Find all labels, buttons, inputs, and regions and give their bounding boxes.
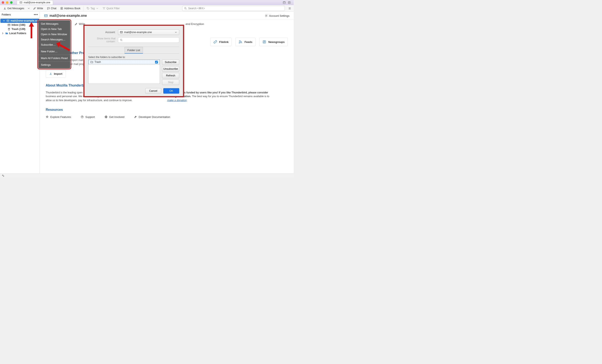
address-book-button[interactable]: Address Book bbox=[58, 6, 82, 11]
titlebar: mail@one-example.one bbox=[0, 0, 294, 5]
folder-icon bbox=[5, 32, 8, 35]
tag-button[interactable]: Tag bbox=[85, 6, 100, 11]
encryption-action[interactable]: -end Encryption bbox=[185, 22, 204, 26]
activity-icon[interactable] bbox=[2, 174, 5, 177]
envelope-icon bbox=[120, 31, 123, 34]
support-label: Support bbox=[85, 115, 95, 119]
filter-label: Show items that contain: bbox=[88, 37, 116, 43]
inbox-label: Inbox (166) bbox=[11, 23, 25, 26]
chat-button[interactable]: Chat bbox=[45, 6, 58, 11]
account-select-value: mail@one-example.one bbox=[124, 31, 152, 34]
address-book-label: Address Book bbox=[64, 7, 80, 10]
global-search-input[interactable]: Search <⌘K> bbox=[182, 6, 285, 11]
rss-icon bbox=[238, 40, 242, 44]
write-label: Write bbox=[37, 7, 43, 10]
quick-filter-button[interactable]: Quick Filter bbox=[101, 6, 121, 11]
account-title-text: mail@one-example.one bbox=[49, 14, 87, 18]
folder-list-tab[interactable]: Folder List bbox=[125, 47, 143, 54]
address-book-icon bbox=[60, 7, 63, 10]
chat-label: Chat bbox=[51, 7, 56, 10]
ctx-open-window[interactable]: Open in New Window bbox=[38, 32, 70, 37]
folder-icon bbox=[90, 61, 93, 63]
trash-icon bbox=[8, 28, 11, 31]
svg-point-10 bbox=[266, 15, 267, 16]
subscribe-subtitle: Select the folders to subscribe to: bbox=[88, 56, 179, 59]
folder-list-item[interactable]: Trash bbox=[88, 60, 160, 64]
get-messages-dropdown[interactable] bbox=[26, 6, 31, 11]
svg-point-5 bbox=[87, 8, 88, 8]
ctx-get-messages[interactable]: Get Messages bbox=[38, 21, 70, 26]
folder-subscribe-checkbox[interactable] bbox=[155, 61, 158, 63]
tasks-icon[interactable] bbox=[288, 1, 291, 4]
account-settings-button[interactable]: Account Settings bbox=[265, 14, 290, 17]
docs-label: Developer Documentation bbox=[139, 115, 170, 119]
mail-tab[interactable]: mail@one-example.one bbox=[17, 0, 53, 5]
link-icon bbox=[213, 40, 217, 44]
tab-label: mail@one-example.one bbox=[24, 1, 50, 4]
support-link[interactable]: Support bbox=[81, 115, 95, 119]
inbox-icon bbox=[8, 23, 11, 26]
developer-docs-link[interactable]: Developer Documentation bbox=[134, 115, 170, 119]
folder-item-label: Trash bbox=[95, 61, 101, 63]
app-menu-button[interactable] bbox=[287, 6, 292, 11]
envelope-icon bbox=[20, 1, 22, 4]
write-button[interactable]: Write bbox=[32, 6, 45, 11]
close-window-button[interactable] bbox=[2, 1, 4, 4]
chevron-down-icon bbox=[2, 19, 5, 22]
account-select[interactable]: mail@one-example.one bbox=[118, 30, 179, 35]
hamburger-icon bbox=[288, 7, 291, 10]
account-name: mail@one-example.one bbox=[11, 19, 40, 22]
ctx-search-messages[interactable]: Search Messages… bbox=[38, 37, 70, 42]
tag-icon bbox=[86, 7, 89, 10]
get-messages-button[interactable]: Get Messages bbox=[2, 6, 26, 11]
maximize-window-button[interactable] bbox=[10, 1, 12, 4]
ctx-open-tab[interactable]: Open in New Tab bbox=[38, 26, 70, 32]
chat-icon bbox=[47, 7, 50, 10]
chevron-down-icon bbox=[174, 31, 177, 34]
filelink-label: Filelink bbox=[219, 41, 229, 43]
ctx-separator bbox=[38, 61, 70, 62]
folder-pane-options-button[interactable]: ••• bbox=[34, 13, 38, 17]
status-bar bbox=[0, 173, 294, 177]
feeds-label: Feeds bbox=[244, 41, 252, 43]
globe-icon bbox=[105, 115, 108, 118]
subscribe-button[interactable]: Subscribe bbox=[162, 60, 179, 65]
unsubscribe-button[interactable]: Unsubscribe bbox=[162, 66, 179, 72]
toolbar-separator bbox=[83, 6, 84, 10]
download-icon bbox=[3, 7, 6, 10]
pencil-icon bbox=[33, 7, 36, 10]
svg-point-15 bbox=[3, 176, 3, 176]
ctx-mark-read[interactable]: Mark All Folders Read bbox=[38, 55, 70, 61]
newsgroups-label: Newsgroups bbox=[268, 41, 285, 43]
star-icon bbox=[46, 115, 49, 118]
account-title: mail@one-example.one bbox=[44, 14, 87, 18]
folder-list-box[interactable]: Trash bbox=[88, 60, 160, 84]
subscribe-dialog: Account: mail@one-example.one Show items… bbox=[83, 25, 184, 97]
filelink-card[interactable]: Filelink bbox=[210, 38, 232, 46]
main-toolbar: Get Messages Write Chat Address Book Tag… bbox=[0, 5, 294, 12]
ctx-settings[interactable]: Settings bbox=[38, 62, 70, 67]
search-icon bbox=[120, 39, 123, 42]
stop-button[interactable]: Stop bbox=[162, 80, 179, 85]
import-button[interactable]: Import bbox=[46, 70, 66, 78]
newsgroups-card[interactable]: Newsgroups bbox=[259, 38, 288, 46]
cancel-button[interactable]: Cancel bbox=[145, 88, 161, 94]
chevron-right-icon bbox=[1, 32, 4, 35]
donation-link[interactable]: make a donation bbox=[167, 99, 187, 102]
minimize-window-button[interactable] bbox=[6, 1, 8, 4]
refresh-button[interactable]: Refresh bbox=[162, 73, 179, 78]
explore-label: Explore Features bbox=[50, 115, 71, 119]
calendar-icon[interactable] bbox=[283, 1, 286, 4]
svg-point-17 bbox=[120, 39, 122, 41]
annotation-arrow-icon bbox=[56, 42, 71, 51]
trash-label: Trash (139) bbox=[11, 28, 25, 31]
ok-button[interactable]: OK bbox=[163, 88, 179, 94]
annotation-arrow-icon bbox=[27, 22, 36, 39]
filter-input[interactable] bbox=[118, 37, 179, 43]
get-involved-link[interactable]: Get Involved bbox=[105, 115, 125, 119]
local-folders-label: Local Folders bbox=[9, 32, 26, 35]
envelope-icon bbox=[44, 14, 48, 18]
explore-features-link[interactable]: Explore Features bbox=[46, 115, 71, 119]
chevron-down-icon bbox=[27, 7, 30, 10]
feeds-card[interactable]: Feeds bbox=[235, 38, 256, 46]
